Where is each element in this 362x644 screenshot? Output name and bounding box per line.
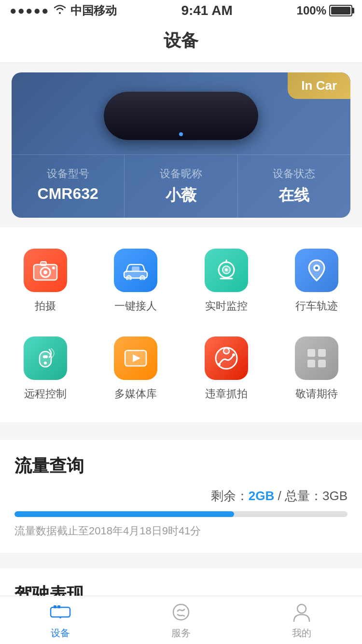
tab-mine[interactable]: 我的 [241,601,362,640]
monitor-label: 实时监控 [205,299,248,313]
traffic-progress-bar [14,511,348,517]
svg-point-5 [52,266,55,269]
device-nickname-label: 设备昵称 [129,167,232,181]
pending-icon [295,336,338,380]
device-model-item: 设备型号 CMR632 [12,155,125,218]
function-grid: 拍摄 一键接人 实时监控 行车轨迹 远程控制 多媒体库 违章抓拍 敬请期 [0,227,362,422]
device-status-value: 在线 [243,185,346,206]
device-nickname-value: 小薇 [129,185,232,206]
tab-service[interactable]: 服务 [121,601,241,640]
divider-1 [0,432,362,440]
media-icon [114,336,157,380]
function-item-media[interactable]: 多媒体库 [91,325,181,413]
svg-rect-42 [57,605,60,608]
tab-device-label: 设备 [51,627,70,640]
traffic-info: 剩余：2GB / 总量：3GB [14,488,348,504]
pending-label: 敬请期待 [295,387,338,401]
svg-point-8 [140,276,145,280]
signal-dots: ●●●●● [10,4,49,17]
svg-point-24 [218,363,221,366]
svg-rect-28 [307,360,315,367]
traffic-note: 流量数据截止至2018年4月18日9时41分 [14,524,348,538]
device-model-label: 设备型号 [16,167,119,181]
function-item-car[interactable]: 一键接人 [91,237,181,325]
device-mirror-image [104,92,258,140]
svg-point-44 [297,604,306,613]
traffic-separator: / 总量： [274,489,322,503]
device-status-label: 设备状态 [243,167,346,181]
carrier-name: 中国移动 [70,3,117,18]
tab-service-icon [169,601,193,624]
svg-point-7 [126,276,131,280]
svg-rect-29 [318,360,326,367]
status-time: 9:41 AM [181,3,232,18]
svg-rect-4 [41,262,46,266]
battery-icon [329,5,352,16]
device-status-item: 设备状态 在线 [238,155,350,218]
function-item-track[interactable]: 行车轨迹 [272,237,362,325]
car-label: 一键接人 [114,299,157,313]
divider-2 [0,560,362,568]
function-item-violation[interactable]: 违章抓拍 [181,325,272,413]
svg-rect-9 [132,266,139,271]
violation-label: 违章抓拍 [205,387,248,401]
tab-mine-icon [290,601,313,624]
remote-label: 远程控制 [24,387,67,401]
traffic-section: 流量查询 剩余：2GB / 总量：3GB 流量数据截止至2018年4月18日9时… [0,440,362,553]
page-title: 设备 [164,30,198,50]
svg-rect-26 [307,349,315,357]
status-left: ●●●●● 中国移动 [10,3,117,18]
track-icon [295,249,338,292]
svg-point-25 [232,353,235,356]
tab-mine-label: 我的 [292,627,311,640]
svg-rect-41 [54,605,56,608]
device-info-row: 设备型号 CMR632 设备昵称 小薇 设备状态 在线 [12,154,350,218]
traffic-progress-fill [14,511,234,517]
tab-device[interactable]: 设备 [0,601,121,640]
svg-rect-17 [40,351,51,367]
device-card: In Car 设备型号 CMR632 设备昵称 小薇 设备状态 在线 [12,72,350,218]
svg-point-43 [59,616,61,618]
function-item-pending[interactable]: 敬请期待 [272,325,362,413]
camera-icon [24,249,67,292]
in-car-badge: In Car [288,72,350,99]
svg-rect-40 [51,607,70,617]
battery-percent: 100% [297,4,326,17]
svg-point-16 [315,266,318,269]
traffic-remain-label: 剩余： [211,489,249,503]
svg-rect-18 [43,355,48,358]
function-item-remote[interactable]: 远程控制 [0,325,91,413]
wifi-icon [53,4,67,17]
svg-point-19 [44,362,47,364]
svg-point-23 [223,348,229,354]
monitor-icon [205,249,248,292]
function-item-camera[interactable]: 拍摄 [0,237,91,325]
violation-icon [205,336,248,380]
device-model-value: CMR632 [16,185,119,203]
svg-point-12 [225,268,228,271]
tab-device-icon [49,601,72,624]
traffic-total-value: 3GB [322,489,348,503]
status-right: 100% [297,4,352,17]
traffic-remain-value: 2GB [249,489,274,503]
traffic-title: 流量查询 [14,454,348,478]
status-bar: ●●●●● 中国移动 9:41 AM 100% [0,0,362,21]
media-label: 多媒体库 [114,387,157,401]
svg-rect-27 [318,349,326,357]
track-label: 行车轨迹 [295,299,338,313]
remote-icon [24,336,67,380]
car-icon [114,249,157,292]
tab-service-label: 服务 [171,627,191,640]
camera-label: 拍摄 [35,299,56,313]
svg-point-3 [43,270,47,274]
page-header: 设备 [0,21,362,63]
function-item-monitor[interactable]: 实时监控 [181,237,272,325]
tab-bar: 设备 服务 我的 [0,596,362,644]
device-nickname-item: 设备昵称 小薇 [125,155,237,218]
